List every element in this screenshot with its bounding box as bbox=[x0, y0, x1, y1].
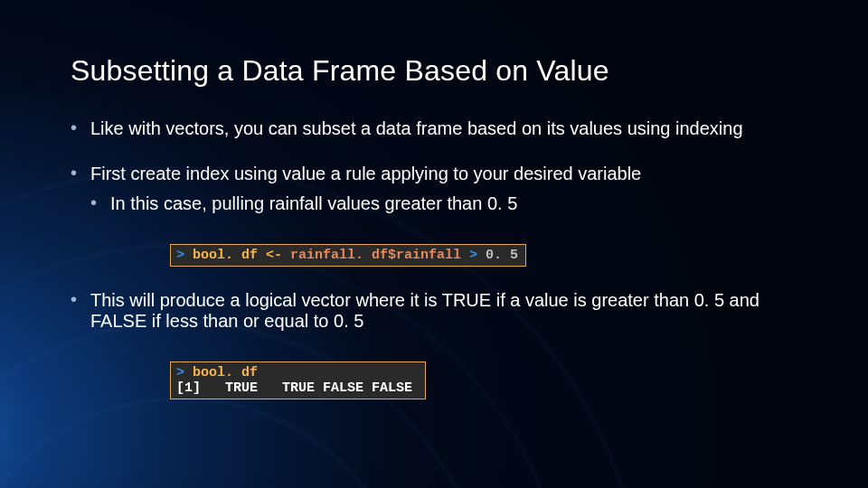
bullet-2-sub-list: In this case, pulling rainfall values gr… bbox=[90, 193, 805, 215]
code-block-2-wrap: > bool. df [1] TRUE TRUE FALSE FALSE bbox=[71, 356, 805, 403]
code1-op: > bbox=[461, 248, 486, 263]
bullet-2-sub-text: In this case, pulling rainfall values gr… bbox=[110, 193, 517, 213]
bullet-2-sub: In this case, pulling rainfall values gr… bbox=[90, 193, 805, 215]
code1-lhs: bool. df bbox=[193, 248, 258, 263]
code2-cmd: bool. df bbox=[193, 365, 258, 380]
bullet-3-text: This will produce a logical vector where… bbox=[90, 290, 760, 332]
slide-title: Subsetting a Data Frame Based on Value bbox=[71, 54, 805, 88]
code-block-2: > bool. df [1] TRUE TRUE FALSE FALSE bbox=[170, 361, 426, 399]
code1-assign: <- bbox=[258, 248, 290, 263]
code1-rhs: rainfall. df$rainfall bbox=[290, 248, 461, 263]
code1-num: 0. 5 bbox=[486, 248, 518, 263]
code1-prompt: > bbox=[176, 248, 193, 263]
bullet-1: Like with vectors, you can subset a data… bbox=[71, 118, 805, 140]
code-block-1-wrap: > bool. df <- rainfall. df$rainfall > 0.… bbox=[71, 239, 805, 270]
bullet-2-text: First create index using value a rule ap… bbox=[90, 164, 641, 183]
bullet-2: First create index using value a rule ap… bbox=[71, 164, 805, 215]
code2-prompt: > bbox=[176, 365, 193, 380]
slide-body: Subsetting a Data Frame Based on Value L… bbox=[0, 0, 868, 403]
bullet-list: Like with vectors, you can subset a data… bbox=[71, 118, 805, 215]
bullet-list-2: This will produce a logical vector where… bbox=[71, 290, 805, 333]
bullet-3: This will produce a logical vector where… bbox=[71, 290, 805, 333]
code2-idx: [1] bbox=[176, 380, 201, 396]
bullet-1-text: Like with vectors, you can subset a data… bbox=[90, 118, 743, 138]
code2-vals: TRUE TRUE FALSE FALSE bbox=[201, 380, 412, 396]
code-block-1: > bool. df <- rainfall. df$rainfall > 0.… bbox=[170, 244, 526, 267]
